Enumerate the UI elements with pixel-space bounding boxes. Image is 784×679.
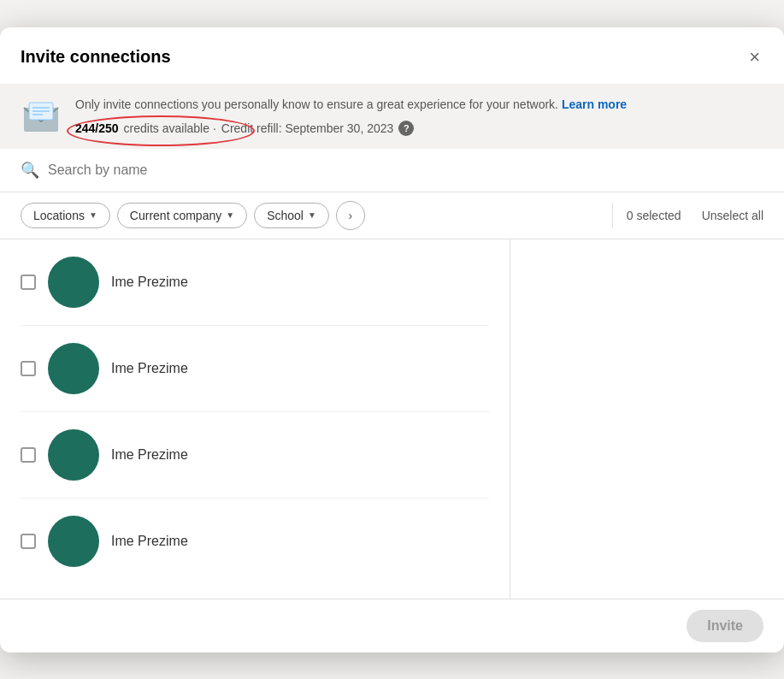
- selection-info: 0 selected Unselect all: [627, 209, 763, 222]
- list-item: Ime Prezime: [21, 499, 489, 584]
- contacts-list: Ime Prezime Ime Prezime Ime Prezime Ime …: [0, 239, 510, 599]
- filter-current-company[interactable]: Current company ▼: [117, 203, 247, 228]
- list-item: Ime Prezime: [21, 412, 489, 499]
- close-button[interactable]: ×: [746, 44, 763, 70]
- more-filters-button[interactable]: ›: [336, 201, 365, 230]
- search-input[interactable]: [48, 162, 763, 178]
- banner-content: Only invite connections you personally k…: [75, 96, 627, 136]
- refill-label: Credit refill: September 30, 2023: [221, 121, 394, 135]
- info-banner: Only invite connections you personally k…: [0, 84, 784, 149]
- learn-more-link[interactable]: Learn more: [562, 97, 627, 111]
- search-section: 🔍: [0, 149, 784, 192]
- list-item: Ime Prezime: [21, 239, 489, 326]
- content-area: Ime Prezime Ime Prezime Ime Prezime Ime …: [0, 239, 784, 599]
- contact-checkbox[interactable]: [21, 361, 36, 376]
- envelope-icon: [21, 96, 62, 137]
- credits-label: credits available ·: [124, 121, 216, 135]
- filter-row: Locations ▼ Current company ▼ School ▼ ›…: [0, 192, 784, 239]
- invite-connections-modal: Invite connections × Only invite connect…: [0, 27, 784, 652]
- filters-group: Locations ▼ Current company ▼ School ▼ ›: [21, 201, 598, 230]
- chevron-right-icon: ›: [349, 209, 353, 222]
- banner-message: Only invite connections you personally k…: [75, 96, 627, 114]
- contact-name: Ime Prezime: [111, 534, 188, 549]
- chevron-down-icon: ▼: [89, 210, 97, 220]
- avatar: [48, 343, 99, 394]
- credits-used: 244/250: [75, 121, 119, 135]
- chevron-down-icon: ▼: [308, 210, 316, 220]
- contact-name: Ime Prezime: [111, 361, 188, 376]
- selected-count: 0 selected: [627, 209, 681, 222]
- search-icon: 🔍: [21, 161, 39, 180]
- contact-checkbox[interactable]: [21, 275, 36, 290]
- avatar: [48, 429, 99, 481]
- contact-name: Ime Prezime: [111, 275, 188, 290]
- right-panel: [510, 239, 784, 599]
- contact-checkbox[interactable]: [21, 447, 36, 463]
- avatar: [48, 516, 99, 567]
- filter-locations[interactable]: Locations ▼: [21, 203, 110, 228]
- invite-button[interactable]: Invite: [687, 610, 763, 642]
- modal-header: Invite connections ×: [0, 27, 784, 84]
- contact-checkbox[interactable]: [21, 534, 36, 549]
- vertical-divider: [612, 203, 613, 228]
- chevron-down-icon: ▼: [226, 210, 234, 220]
- contact-name: Ime Prezime: [111, 447, 188, 463]
- list-item: Ime Prezime: [21, 326, 489, 412]
- avatar: [48, 257, 99, 308]
- credits-row: 244/250 credits available · Credit refil…: [75, 121, 627, 136]
- help-icon[interactable]: ?: [398, 121, 414, 136]
- modal-footer: Invite: [0, 599, 784, 652]
- unselect-all-button[interactable]: Unselect all: [702, 209, 763, 222]
- modal-title: Invite connections: [21, 47, 171, 67]
- filter-school[interactable]: School ▼: [254, 203, 329, 228]
